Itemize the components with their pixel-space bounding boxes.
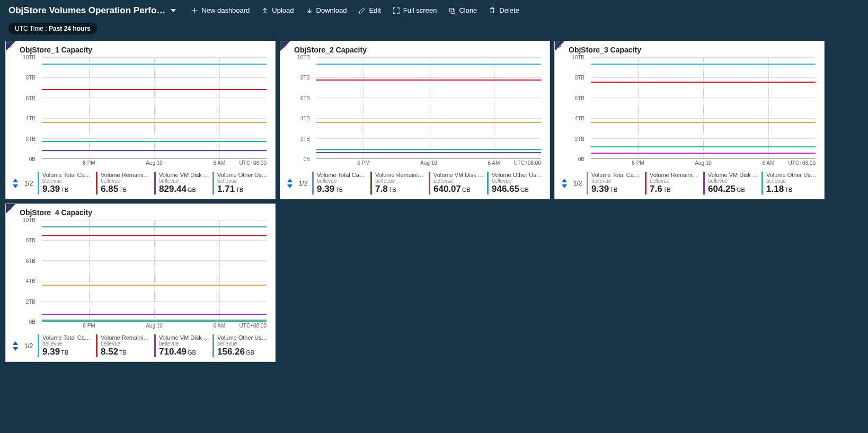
fullscreen-button[interactable]: Full screen [388, 4, 441, 16]
filter-icon[interactable] [280, 41, 290, 51]
x-tick-label: 6 PM [357, 160, 369, 166]
series-line [42, 89, 267, 90]
timezone-label: UTC+08:00 [514, 160, 541, 166]
y-tick-label: 0B [29, 319, 36, 325]
time-prefix: UTC Time : [15, 25, 49, 32]
y-tick-label: 2TB [575, 136, 584, 142]
chart-tile[interactable]: ObjStore_4 Capacity 10TB8TB6TB4TB2TB0B 6… [5, 204, 276, 362]
clone-label: Clone [459, 6, 477, 14]
series-line [42, 150, 267, 151]
timezone-label: UTC+08:00 [789, 160, 816, 166]
legend-down-icon[interactable] [13, 347, 18, 351]
tile-title: ObjStore_2 Capacity [280, 41, 550, 55]
clone-button[interactable]: Clone [444, 4, 481, 16]
legend-page: 1/2 [23, 342, 34, 350]
series-line [42, 64, 267, 65]
legend-item[interactable]: Volume VM Disk Used …bellevue829.44GB [154, 172, 212, 195]
legend-pager-arrows [559, 179, 570, 188]
time-range-pill[interactable]: UTC Time : Past 24 hours [8, 23, 97, 34]
legend-up-icon[interactable] [13, 179, 18, 182]
chart-area[interactable]: 10TB8TB6TB4TB2TB0B 6 PMAug 106 AMUTC+08:… [560, 57, 819, 169]
chart-tile[interactable]: ObjStore_3 Capacity 10TB8TB6TB4TB2TB0B 6… [554, 41, 825, 199]
legend-item[interactable]: Volume VM Disk Used …bellevue604.25GB [703, 172, 761, 195]
filter-icon[interactable] [6, 41, 15, 51]
plot-area [42, 57, 267, 159]
title-dropdown-icon[interactable] [171, 9, 176, 12]
chart-area[interactable]: 10TB8TB6TB4TB2TB0B 6 PMAug 106 AMUTC+08:… [286, 57, 544, 169]
legend-item[interactable]: Volume VM Disk Used …bellevue710.49GB [154, 334, 212, 357]
legend-item[interactable]: Volume Total Capacit…bellevue9.39TB [587, 172, 645, 195]
legend-item[interactable]: Volume Total Capacit…bellevue9.39TB [312, 172, 370, 195]
legend-sublabel: bellevue [101, 341, 152, 347]
legend-row: 1/2 Volume Total Capacit…bellevue9.39TBV… [555, 169, 824, 199]
legend-item[interactable]: Volume Remaining Cap…bellevue7.8TB [370, 172, 429, 195]
series-line [42, 314, 267, 315]
legend-sublabel: bellevue [650, 178, 701, 184]
legend-sublabel: bellevue [101, 178, 152, 184]
edit-label: Edit [369, 6, 380, 14]
legend-value: 9.39TB [42, 184, 94, 195]
y-axis: 10TB8TB6TB4TB2TB0B [11, 220, 39, 322]
legend-label: Volume Total Capacit… [591, 172, 643, 178]
legend-label: Volume Remaining Cap… [650, 172, 701, 178]
legend-label: Volume Other Used Ca… [217, 172, 269, 178]
legend-up-icon[interactable] [287, 179, 293, 182]
y-tick-label: 10TB [297, 55, 310, 60]
series-line [316, 149, 541, 150]
legend-items: Volume Total Capacit…bellevue9.39TBVolum… [587, 172, 820, 195]
chart-area[interactable]: 10TB8TB6TB4TB2TB0B 6 PMAug 106 AMUTC+08:… [11, 220, 270, 331]
legend-item[interactable]: Volume Other Used Ca…bellevue156.26GB [212, 334, 271, 357]
legend-item[interactable]: Volume Other Used Ca…bellevue1.71TB [212, 172, 271, 195]
legend-sublabel: bellevue [766, 178, 818, 184]
legend-item[interactable]: Volume Other Used Ca…bellevue946.65GB [487, 172, 545, 195]
legend-item[interactable]: Volume Total Capacit…bellevue9.39TB [38, 334, 96, 357]
legend-value: 1.71TB [217, 184, 269, 195]
legend-item[interactable]: Volume VM Disk Used …bellevue640.07GB [429, 172, 487, 195]
upload-button[interactable]: Upload [257, 4, 298, 16]
y-tick-label: 4TB [575, 116, 584, 121]
new-dashboard-button[interactable]: New dashboard [187, 4, 254, 16]
y-axis: 10TB8TB6TB4TB2TB0B [286, 57, 313, 159]
legend-value: 9.39TB [317, 184, 368, 195]
legend-item[interactable]: Volume Remaining Cap…bellevue7.6TB [645, 172, 703, 195]
series-line [42, 320, 267, 321]
series-line [42, 235, 267, 236]
legend-label: Volume VM Disk Used … [433, 172, 485, 178]
tile-title: ObjStore_3 Capacity [555, 41, 824, 55]
legend-sublabel: bellevue [217, 178, 269, 184]
legend-value: 946.65GB [492, 184, 543, 195]
chart-area[interactable]: 10TB8TB6TB4TB2TB0B 6 PMAug 106 AMUTC+08:… [11, 57, 270, 169]
toolbar: ObjStore Volumes Operation Perfo… New da… [0, 0, 868, 21]
fullscreen-icon [393, 7, 400, 14]
chart-tile[interactable]: ObjStore_1 Capacity 10TB8TB6TB4TB2TB0B 6… [5, 41, 276, 199]
legend-item[interactable]: Volume Remaining Cap…bellevue8.52TB [96, 334, 154, 357]
series-line [42, 141, 267, 142]
download-button[interactable]: Download [302, 4, 351, 16]
legend-sublabel: bellevue [217, 341, 269, 347]
legend-item[interactable]: Volume Total Capacit…bellevue9.39TB [38, 172, 96, 195]
timezone-label: UTC+08:00 [240, 323, 267, 329]
legend-pager-arrows [285, 179, 295, 188]
legend-down-icon[interactable] [287, 184, 293, 188]
legend-sublabel: bellevue [317, 178, 368, 184]
legend-down-icon[interactable] [562, 184, 567, 188]
delete-button[interactable]: Delete [484, 4, 524, 16]
legend-item[interactable]: Volume Other Used Ca…bellevue1.18TB [761, 172, 820, 195]
svg-rect-1 [451, 10, 455, 13]
legend-items: Volume Total Capacit…bellevue9.39TBVolum… [38, 334, 271, 357]
legend-sublabel: bellevue [492, 178, 543, 184]
filter-icon[interactable] [6, 204, 15, 214]
chart-tile[interactable]: ObjStore_2 Capacity 10TB8TB6TB4TB2TB0B 6… [280, 41, 550, 199]
plot-area [316, 57, 541, 159]
legend-down-icon[interactable] [13, 184, 18, 188]
legend-up-icon[interactable] [13, 341, 18, 345]
series-line [591, 64, 816, 65]
edit-button[interactable]: Edit [354, 4, 385, 16]
filter-icon[interactable] [555, 41, 564, 51]
legend-up-icon[interactable] [562, 179, 567, 182]
x-tick-label: 6 AM [763, 160, 775, 166]
y-tick-label: 2TB [26, 136, 36, 142]
y-tick-label: 6TB [300, 95, 310, 101]
legend-item[interactable]: Volume Remaining Cap…bellevue6.85TB [96, 172, 154, 195]
series-line [316, 79, 541, 81]
